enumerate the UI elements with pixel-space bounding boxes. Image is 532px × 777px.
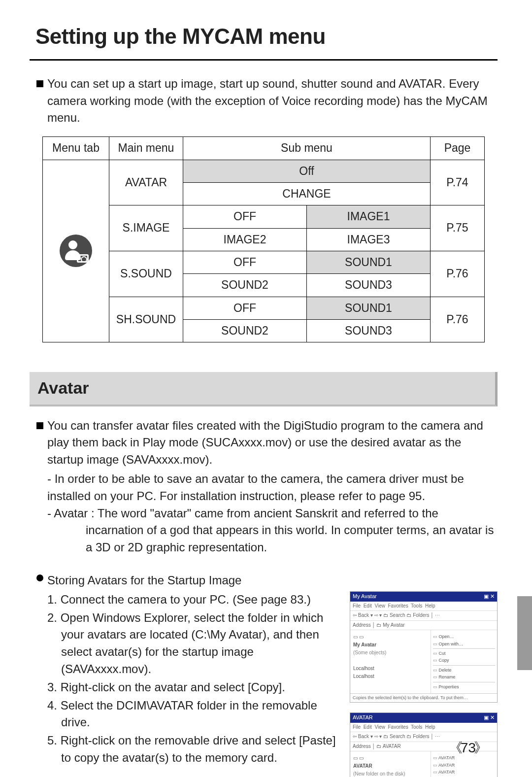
sub-shsound-2: SOUND2 [183,319,307,342]
page-number: 73 [449,738,488,758]
page-simage: P.75 [431,205,485,251]
sub-simage-1: IMAGE1 [307,205,431,228]
avatar-heading: Avatar [30,372,498,406]
main-avatar: AVATAR [109,160,183,205]
sub-ssound-1: SOUND1 [307,251,431,273]
sub-shsound-off: OFF [183,297,307,319]
sub-ssound-off: OFF [183,251,307,273]
table-row: AVATAR Off P.74 [43,160,485,182]
sub-ssound-3: SOUND3 [307,274,431,297]
sub-shsound-3: SOUND3 [307,319,431,342]
mycam-menu-table: Menu tab Main menu Sub menu Page AVATAR … [42,136,485,342]
th-main: Main menu [109,137,183,160]
sub-avatar-off: Off [183,160,431,182]
explorer-screenshot-1: My Avatar▣ ✕ File Edit View Favorites To… [350,591,498,703]
step-3: 3. Right-click on the avatar and select … [47,679,340,696]
avatar-intro-note2: - Avatar : The word "avatar" came from a… [47,505,498,556]
bullet-icon [36,574,43,581]
storing-title: Storing Avatars for the Startup Image [47,572,498,589]
tab-strip [517,596,532,670]
sub-shsound-1: SOUND1 [307,297,431,319]
sub-simage-2: IMAGE2 [183,228,307,251]
profile-camera-icon [60,235,92,267]
table-row: S.IMAGE OFF IMAGE1 P.75 [43,205,485,228]
table-row: SH.SOUND OFF SOUND1 P.76 [43,297,485,319]
table-header-row: Menu tab Main menu Sub menu Page [43,137,485,160]
menutab-icon-cell [43,160,109,342]
step-2: 2. Open Windows Explorer, select the fol… [47,609,340,678]
sub-simage-3: IMAGE3 [307,228,431,251]
page-ssound: P.76 [431,251,485,297]
main-simage: S.IMAGE [109,205,183,251]
sub-simage-off: OFF [183,205,307,228]
storing-steps: 1. Connect the camera to your PC. (See p… [47,591,340,768]
step-1: 1. Connect the camera to your PC. (See p… [47,591,340,608]
storing-section: Storing Avatars for the Startup Image 1.… [30,572,498,777]
page-shsound: P.76 [431,297,485,342]
sub-ssound-2: SOUND2 [183,274,307,297]
avatar-intro-main: You can transfer avatar files created wi… [47,417,498,469]
table-row: S.SOUND OFF SOUND1 P.76 [43,251,485,273]
th-page: Page [431,137,485,160]
step-4: 4. Select the DCIM\AVATAR folder in the … [47,697,340,732]
th-menutab: Menu tab [43,137,109,160]
avatar-intro-note1: - In order to be able to save an avatar … [47,471,498,505]
th-sub: Sub menu [183,137,431,160]
page-avatar: P.74 [431,160,485,205]
intro-paragraph: You can set up a start up image, start u… [30,75,498,127]
page-title: Setting up the MYCAM menu [30,15,498,61]
main-shsound: SH.SOUND [109,297,183,342]
main-ssound: S.SOUND [109,251,183,297]
step-5: 5. Right-click on the removable drive an… [47,732,340,767]
avatar-intro-block: You can transfer avatar files created wi… [30,417,498,556]
sub-avatar-change: CHANGE [183,182,431,205]
